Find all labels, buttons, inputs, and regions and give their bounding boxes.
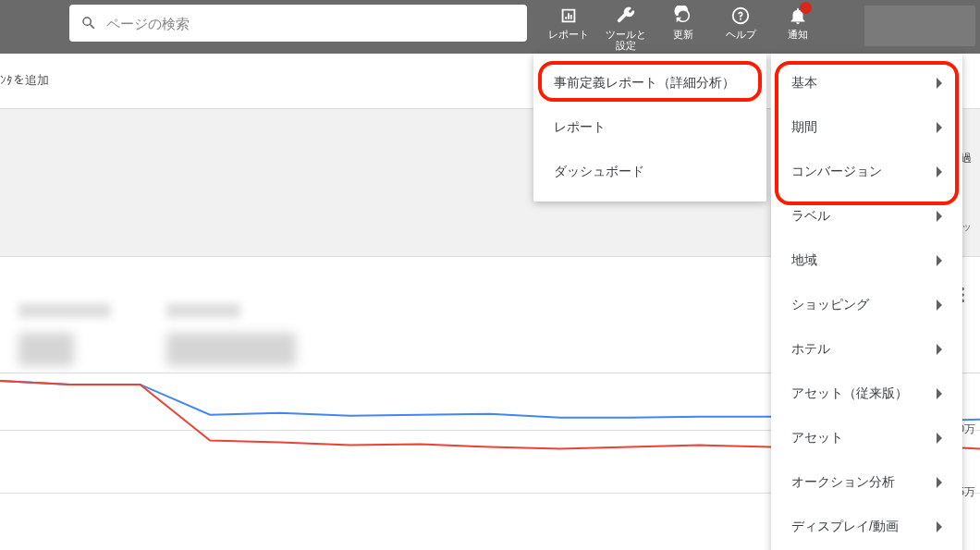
menu-item-label: オークション分析 (791, 474, 895, 491)
menu-item-label: 期間 (791, 119, 817, 136)
metric-value-obscured (18, 333, 74, 366)
metric-row (0, 257, 296, 377)
metric-value-obscured (166, 333, 296, 366)
notify-label: 通知 (788, 29, 808, 40)
bar-chart-icon (558, 6, 579, 26)
menu-item-label: 事前定義レポート（詳細分析） (554, 75, 735, 92)
metric-label-obscured (166, 303, 240, 318)
menu-item-label: アセット (791, 430, 843, 446)
menu-item-label: 基本 (791, 75, 817, 92)
menu-item-label: アセット（従来版） (791, 385, 908, 402)
submenu-item-3[interactable]: ラベル (771, 194, 962, 238)
menu-item-label: 地域 (791, 252, 817, 269)
refresh-icon (673, 6, 693, 26)
tools-button[interactable]: ツールと 設定 (597, 0, 655, 54)
menu-item-label: ダッシュボード (554, 164, 644, 180)
notifications-button[interactable]: 通知 (769, 0, 827, 54)
reports-dropdown-menu: 事前定義レポート（詳細分析）レポートダッシュボード (533, 54, 766, 202)
reports-label: レポート (548, 29, 589, 40)
reports-button[interactable]: レポート (540, 0, 597, 54)
notification-badge-icon (800, 2, 812, 14)
submenu-item-5[interactable]: ショッピング (771, 283, 962, 327)
submenu-item-9[interactable]: オークション分析 (771, 460, 962, 505)
search-icon (80, 15, 97, 31)
add-filter-label[interactable]: ﾝﾀを追加 (0, 72, 49, 89)
metric-card-1 (18, 303, 111, 366)
reports-menu-item-1[interactable]: レポート (533, 105, 766, 150)
reports-menu-item-2[interactable]: ダッシュボード (533, 150, 766, 194)
submenu-item-8[interactable]: アセット (771, 416, 962, 460)
account-box[interactable] (864, 6, 975, 46)
tools-label: ツールと 設定 (606, 29, 646, 51)
submenu-item-7[interactable]: アセット（従来版） (771, 372, 962, 416)
refresh-button[interactable]: 更新 (655, 0, 712, 54)
menu-item-label: ディスプレイ/動画 (791, 519, 899, 535)
help-button[interactable]: ヘルプ (712, 0, 769, 54)
metric-label-obscured (18, 303, 111, 318)
submenu-item-6[interactable]: ホテル (771, 327, 962, 372)
submenu-item-10[interactable]: ディスプレイ/動画 (771, 505, 962, 549)
search-box[interactable] (69, 5, 527, 42)
refresh-label: 更新 (673, 29, 693, 40)
menu-item-label: ホテル (791, 341, 830, 358)
menu-item-label: レポート (554, 119, 606, 136)
menu-item-label: ラベル (791, 208, 830, 225)
submenu-item-1[interactable]: 期間 (771, 105, 962, 150)
wrench-icon (616, 6, 636, 26)
menu-item-label: ショッピング (791, 297, 869, 313)
submenu-item-2[interactable]: コンバージョン (771, 150, 962, 194)
metric-card-2 (166, 303, 296, 366)
predefined-reports-submenu: 基本期間コンバージョンラベル地域ショッピングホテルアセット（従来版）アセットオー… (771, 54, 962, 550)
reports-menu-item-0[interactable]: 事前定義レポート（詳細分析） (533, 61, 766, 105)
help-label: ヘルプ (726, 29, 756, 40)
top-bar: レポート ツールと 設定 更新 ヘルプ 通知 (0, 0, 980, 54)
help-icon (730, 6, 751, 26)
search-input[interactable] (106, 16, 516, 31)
submenu-item-4[interactable]: 地域 (771, 238, 962, 283)
menu-item-label: コンバージョン (791, 164, 882, 180)
topbar-icon-group: レポート ツールと 設定 更新 ヘルプ 通知 (540, 0, 827, 54)
submenu-item-0[interactable]: 基本 (771, 61, 962, 105)
